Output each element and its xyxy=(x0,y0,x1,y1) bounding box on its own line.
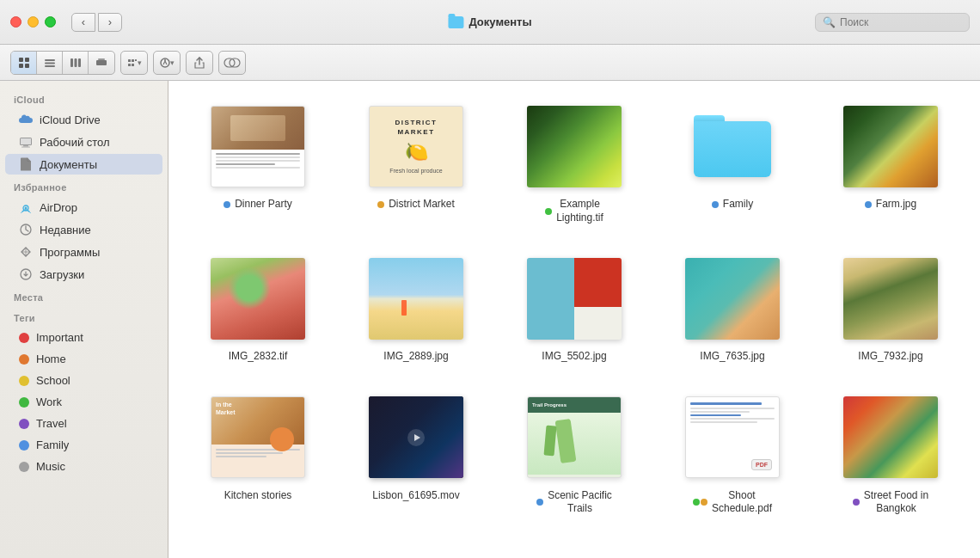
sidebar-item-tag-school[interactable]: School xyxy=(5,371,162,390)
places-section-header: Места xyxy=(0,285,168,306)
dinner-party-label: Dinner Party xyxy=(235,198,292,212)
sidebar-item-applications[interactable]: Программы xyxy=(5,242,162,262)
file-item-img2889[interactable]: IMG_2889.jpg xyxy=(344,250,488,369)
file-item-street-food[interactable]: Street Food inBangkok xyxy=(818,389,963,521)
sidebar-item-documents[interactable]: Документы xyxy=(5,154,162,175)
applications-label: Программы xyxy=(40,246,100,259)
file-item-farm[interactable]: Farm.jpg xyxy=(818,98,963,230)
sidebar-item-tag-travel[interactable]: Travel xyxy=(5,414,162,433)
list-view-button[interactable] xyxy=(37,52,63,74)
forward-button[interactable]: › xyxy=(98,13,122,32)
icloud-drive-icon xyxy=(19,113,33,126)
tag-button[interactable] xyxy=(219,52,245,74)
sidebar-item-tag-music[interactable]: Music xyxy=(5,457,162,476)
search-bar[interactable]: 🔍 xyxy=(815,13,970,32)
recents-icon xyxy=(19,223,33,236)
street-food-label: Street Food inBangkok xyxy=(864,489,928,516)
svg-rect-24 xyxy=(21,146,30,147)
svg-rect-2 xyxy=(19,64,23,68)
downloads-icon xyxy=(19,267,33,281)
favorites-section-header: Избранное xyxy=(0,175,168,196)
street-food-name-row: Street Food inBangkok xyxy=(853,489,928,516)
search-input[interactable] xyxy=(840,16,962,28)
file-item-district-market[interactable]: DISTRICTMARKET 🍋 Fresh local produce Dis… xyxy=(344,98,488,230)
desktop-icon xyxy=(19,135,33,149)
district-market-name-row: District Market xyxy=(377,198,455,212)
close-button[interactable] xyxy=(10,16,21,28)
svg-rect-16 xyxy=(135,59,137,61)
file-item-scenic-pacific[interactable]: Trail Progress Scenic PacificTrails xyxy=(502,389,646,521)
sidebar-item-desktop[interactable]: Рабочий стол xyxy=(5,132,162,152)
sidebar-item-tag-important[interactable]: Important xyxy=(5,328,162,347)
back-button[interactable]: ‹ xyxy=(71,13,95,32)
svg-rect-3 xyxy=(25,64,29,68)
scenic-pacific-label: Scenic PacificTrails xyxy=(548,489,612,516)
cover-view-button[interactable] xyxy=(89,52,114,74)
sidebar-item-airdrop[interactable]: AirDrop xyxy=(5,197,162,218)
documents-label: Документы xyxy=(40,158,97,171)
farm-thumb xyxy=(839,103,942,189)
family-name-row: Family xyxy=(712,198,753,212)
sidebar-item-downloads[interactable]: Загрузки xyxy=(5,264,162,285)
recents-label: Недавние xyxy=(40,224,91,236)
sidebar-item-recents[interactable]: Недавние xyxy=(5,219,162,240)
file-item-kitchen-stories[interactable]: In theMarket Kitchen stories xyxy=(186,389,330,521)
tag-dot-music xyxy=(19,462,29,472)
column-view-button[interactable] xyxy=(63,52,89,74)
street-food-dot xyxy=(853,499,860,506)
documents-icon xyxy=(19,157,33,171)
title-bar: ‹ › Документы 🔍 xyxy=(0,0,980,45)
scenic-pacific-name-row: Scenic PacificTrails xyxy=(536,489,612,516)
sidebar-item-tag-work[interactable]: Work xyxy=(5,392,162,412)
farm-dot xyxy=(865,201,872,208)
img7635-name-row: IMG_7635.jpg xyxy=(700,350,764,364)
file-item-shoot-schedule[interactable]: PDF ShootSchedule.pdf xyxy=(660,389,805,521)
file-item-dinner-party[interactable]: Dinner Party xyxy=(186,98,330,230)
family-dot xyxy=(712,201,719,208)
svg-rect-15 xyxy=(132,64,134,66)
file-item-img2832[interactable]: IMG_2832.tif xyxy=(186,250,330,369)
svg-rect-6 xyxy=(45,65,55,67)
share-button[interactable] xyxy=(187,52,212,74)
tag-travel-label: Travel xyxy=(36,417,67,430)
grid-view-button[interactable] xyxy=(11,52,37,74)
file-item-lisbon[interactable]: Lisbon_61695.mov xyxy=(344,389,488,521)
tag-work-label: Work xyxy=(36,396,62,408)
tags-section-header: Теги xyxy=(0,306,168,327)
group-button[interactable]: ▾ xyxy=(121,52,147,74)
tag-school-label: School xyxy=(36,374,70,387)
window-title: Документы xyxy=(448,15,531,28)
scenic-pacific-dot xyxy=(536,499,543,506)
img7635-thumb xyxy=(681,255,784,341)
img7635-label: IMG_7635.jpg xyxy=(700,350,764,364)
tag-dot-school xyxy=(19,376,29,386)
file-item-example-lighting[interactable]: ExampleLighting.tif xyxy=(502,98,646,230)
file-item-img7635[interactable]: IMG_7635.jpg xyxy=(660,250,805,369)
example-lighting-name-row: ExampleLighting.tif xyxy=(545,198,603,224)
action-button[interactable]: ▾ xyxy=(154,52,180,74)
sidebar-item-tag-family[interactable]: Family xyxy=(5,435,162,455)
img7932-thumb xyxy=(839,255,942,341)
img2889-label: IMG_2889.jpg xyxy=(383,350,448,364)
sidebar-item-icloud-drive[interactable]: iCloud Drive xyxy=(5,109,162,130)
shoot-schedule-label: ShootSchedule.pdf xyxy=(712,489,772,516)
tag-dot-home xyxy=(19,354,29,365)
minimize-button[interactable] xyxy=(28,16,39,28)
traffic-lights xyxy=(10,16,56,28)
family-label: Family xyxy=(723,198,753,212)
tag-dot-travel xyxy=(19,419,29,429)
tag-important-label: Important xyxy=(36,331,83,344)
file-item-img5502[interactable]: IMG_5502.jpg xyxy=(502,250,646,369)
kitchen-stories-thumb: In theMarket xyxy=(206,395,309,481)
file-item-img7932[interactable]: IMG_7932.jpg xyxy=(818,250,963,369)
sidebar-item-tag-home[interactable]: Home xyxy=(5,349,162,369)
svg-rect-23 xyxy=(23,145,28,147)
file-grid: Dinner Party DISTRICTMARKET 🍋 Fresh loca… xyxy=(186,98,963,521)
dinner-party-thumb xyxy=(206,103,309,189)
airdrop-label: AirDrop xyxy=(40,201,77,214)
family-folder-thumb xyxy=(681,103,784,189)
file-item-family[interactable]: Family xyxy=(660,98,805,230)
maximize-button[interactable] xyxy=(45,16,56,28)
airdrop-icon xyxy=(19,200,33,214)
img2889-name-row: IMG_2889.jpg xyxy=(383,350,448,364)
